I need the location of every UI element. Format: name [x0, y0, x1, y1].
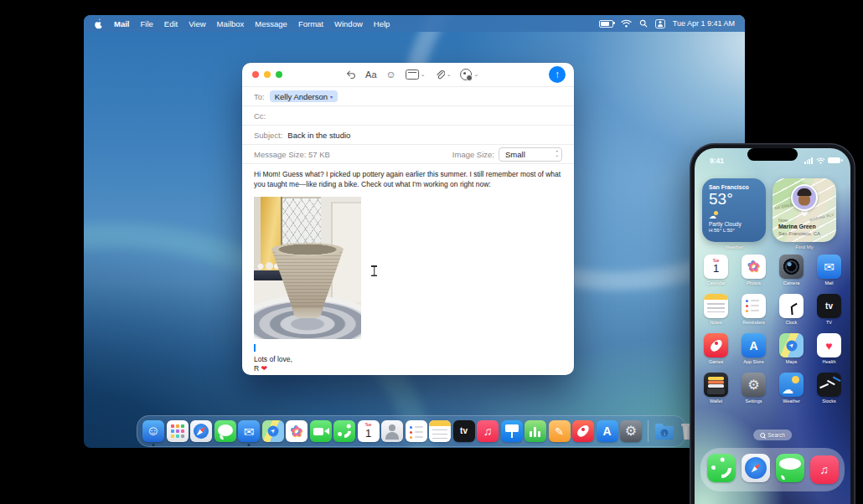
stocks-icon[interactable]	[817, 373, 841, 397]
photos-icon[interactable]: ✿	[286, 420, 307, 442]
cc-field[interactable]: Cc:	[242, 106, 574, 126]
safari-icon[interactable]	[742, 454, 770, 482]
menu-mailbox[interactable]: Mailbox	[217, 19, 245, 28]
dock-item-numbers[interactable]	[525, 420, 546, 442]
battery-icon[interactable]	[599, 20, 613, 28]
iphone-app-app-store[interactable]: AApp Store	[735, 333, 773, 368]
iphone-app-mail[interactable]: ✉Mail	[810, 255, 848, 290]
dock-item-facetime[interactable]	[310, 420, 332, 442]
undo-button[interactable]	[345, 69, 356, 80]
dock-item-pages[interactable]: ✎	[549, 420, 571, 442]
recipient-token[interactable]: Kelly Anderson▾	[270, 90, 338, 102]
clock-icon[interactable]	[779, 294, 804, 318]
contacts-icon[interactable]	[381, 420, 403, 442]
iphone-app-calendar[interactable]: Tue1Calendar	[697, 255, 735, 290]
dock-item-finder[interactable]: ☺	[142, 420, 164, 442]
games-icon[interactable]	[704, 333, 728, 357]
iphone-app-clock[interactable]: Clock	[773, 294, 810, 329]
menu-window[interactable]: Window	[334, 19, 363, 28]
format-button[interactable]: Aa	[365, 69, 376, 80]
minimize-button[interactable]	[264, 71, 271, 78]
iphone-app-wallet[interactable]: Wallet	[697, 373, 735, 408]
iphone-app-camera[interactable]: Camera	[773, 255, 810, 290]
message-body[interactable]: Hi Mom! Guess what? I picked up pottery …	[242, 164, 574, 373]
dock-item-photos[interactable]: ✿	[286, 420, 307, 442]
insert-media-button[interactable]: ⌄	[461, 69, 479, 80]
dock-item-games[interactable]	[572, 420, 594, 442]
iphone-app-health[interactable]: ♥Health	[810, 333, 848, 368]
launchpad-icon[interactable]	[167, 420, 189, 442]
dock-item-calendar[interactable]: Tue1	[358, 420, 380, 442]
dock-item-notes[interactable]	[429, 420, 451, 442]
iphone-app-notes[interactable]: Notes	[697, 294, 735, 329]
app-store-icon[interactable]: A	[597, 420, 618, 442]
games-icon[interactable]	[572, 420, 594, 442]
tv-icon[interactable]: tv	[817, 294, 841, 318]
maps-icon[interactable]	[779, 333, 804, 357]
keynote-icon[interactable]	[501, 420, 523, 442]
phone-icon[interactable]	[707, 454, 736, 482]
iphone-app-stocks[interactable]: Stocks	[810, 373, 848, 408]
dock-item-keynote[interactable]	[501, 420, 523, 442]
dock-item-reminders[interactable]	[406, 420, 427, 442]
iphone-app-settings[interactable]: ⚙Settings	[735, 373, 773, 408]
menu-view[interactable]: View	[189, 19, 205, 28]
apple-tv-icon[interactable]: tv	[453, 420, 475, 442]
header-fields-button[interactable]: ⌄	[406, 69, 426, 80]
dock-item-apple-tv[interactable]: tv	[453, 420, 475, 442]
dock-item-launchpad[interactable]	[167, 420, 189, 442]
menu-help[interactable]: Help	[374, 19, 390, 28]
dock-item-mail[interactable]: ✉	[238, 420, 260, 442]
find-my-widget[interactable]: MARINA BLV NA GREEN DR Now Marina Green …	[773, 178, 836, 242]
iphone-app-reminders[interactable]: Reminders	[735, 294, 773, 329]
iphone-dock-music[interactable]: ♫	[810, 455, 839, 484]
image-size-select[interactable]: Small ⌃⌄	[499, 147, 562, 162]
messages-icon[interactable]	[214, 420, 236, 442]
dock-item-music[interactable]: ♫	[477, 420, 499, 442]
menu-file[interactable]: File	[140, 19, 152, 28]
pages-icon[interactable]: ✎	[549, 420, 571, 442]
menu-edit[interactable]: Edit	[164, 19, 178, 28]
send-button[interactable]: ↑	[549, 66, 566, 83]
wallet-icon[interactable]	[704, 373, 728, 397]
iphone-app-games[interactable]: Games	[697, 333, 735, 368]
attach-button[interactable]: ⌄	[435, 69, 452, 80]
search-icon[interactable]	[639, 19, 648, 28]
user-switch-icon[interactable]	[655, 19, 665, 28]
weather-widget[interactable]: San Francisco 53° Partly Cloudy H:56° L:…	[702, 178, 766, 242]
iphone-app-tv[interactable]: tvTV	[810, 294, 848, 329]
settings-icon[interactable]: ⚙	[742, 373, 766, 397]
iphone-app-weather[interactable]: Weather	[773, 373, 810, 408]
app-store-icon[interactable]: A	[742, 333, 766, 357]
phone-icon[interactable]	[333, 420, 355, 442]
numbers-icon[interactable]	[525, 420, 546, 442]
finder-icon[interactable]: ☺	[142, 420, 164, 442]
mail-icon[interactable]: ✉	[817, 255, 841, 279]
dock-item-contacts[interactable]	[381, 420, 403, 442]
weather-icon[interactable]	[779, 373, 804, 397]
spotlight-search-pill[interactable]: Search	[753, 429, 792, 440]
dock-item-app-store[interactable]: A	[597, 420, 618, 442]
messages-icon[interactable]	[776, 454, 804, 482]
menu-clock[interactable]: Tue Apr 1 9:41 AM	[673, 19, 735, 28]
maps-icon[interactable]	[262, 420, 284, 442]
dock-item-system-settings[interactable]: ⚙	[620, 420, 642, 442]
iphone-app-maps[interactable]: Maps	[773, 333, 810, 368]
photos-icon[interactable]: ✿	[742, 255, 766, 279]
subject-field[interactable]: Subject: Back in the studio	[242, 126, 574, 145]
camera-icon[interactable]	[779, 255, 804, 279]
iphone-dock-phone[interactable]	[707, 454, 736, 486]
reminders-icon[interactable]	[742, 294, 766, 318]
iphone-dock-messages[interactable]	[776, 454, 804, 486]
to-field[interactable]: To: Kelly Anderson▾	[242, 87, 574, 106]
downloads-icon[interactable]	[654, 420, 675, 442]
safari-icon[interactable]	[190, 420, 212, 442]
menu-mail[interactable]: Mail	[114, 19, 129, 28]
dock-item-safari[interactable]	[190, 420, 212, 442]
reminders-icon[interactable]	[406, 420, 427, 442]
wifi-icon[interactable]	[621, 19, 632, 28]
calendar-icon[interactable]: Tue1	[704, 255, 728, 279]
notes-icon[interactable]	[704, 294, 728, 318]
dock-item-phone[interactable]	[333, 420, 355, 442]
dock-item-maps[interactable]	[262, 420, 284, 442]
